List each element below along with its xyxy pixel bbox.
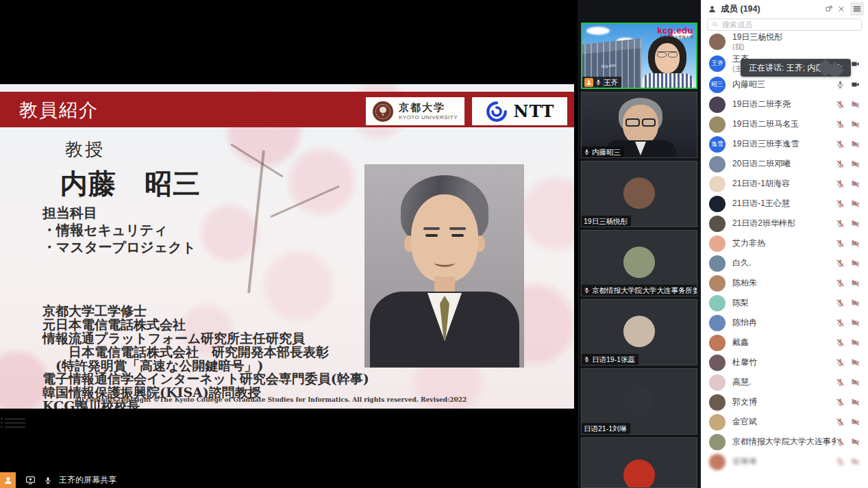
member-row[interactable]: 高慧.: [701, 372, 868, 392]
member-name: 内藤昭三: [732, 80, 836, 90]
video-tile[interactable]: 京都情报大学院大学大连事务所姜莉丽: [581, 230, 697, 296]
course-item: ・マスタープロジェクト: [42, 239, 196, 256]
search-input[interactable]: [722, 21, 857, 29]
close-panel-icon[interactable]: [835, 3, 847, 15]
slide-copyright: All contents copyright ©The Kyoto Colleg…: [0, 396, 541, 403]
member-name: 艾力非热: [732, 239, 836, 248]
camera-muted-icon[interactable]: [851, 159, 860, 168]
member-row[interactable]: 金官斌: [701, 412, 868, 432]
camera-muted-icon[interactable]: [851, 100, 860, 109]
presentation-slide: 教員紹介 京都大学 KYOTO UNIVERSITY NTT 教授 内藤 昭三: [0, 84, 574, 409]
camera-muted-icon[interactable]: [851, 378, 860, 387]
camera-muted-icon[interactable]: [851, 199, 860, 208]
member-row[interactable]: 20日语二班邓曦: [701, 154, 868, 174]
camera-muted-icon[interactable]: [851, 398, 860, 407]
member-avatar: [709, 275, 726, 292]
member-row[interactable]: 昭三 内藤昭三: [701, 75, 868, 94]
mic-muted-icon[interactable]: [836, 457, 845, 466]
mic-muted-icon[interactable]: [836, 378, 845, 387]
member-row[interactable]: 戴鑫: [701, 333, 868, 352]
camera-muted-icon[interactable]: [851, 179, 860, 188]
member-row[interactable]: 陈梨: [701, 293, 868, 313]
camera-muted-icon[interactable]: [851, 140, 860, 149]
camera-muted-icon[interactable]: [851, 358, 860, 367]
video-tile[interactable]: 19日三杨悦彤: [581, 161, 697, 227]
member-name: 19日语二班马名玉: [732, 120, 836, 129]
mic-muted-icon[interactable]: [836, 219, 845, 228]
video-tile-naito[interactable]: 内藤昭三: [581, 92, 697, 158]
video-tile-partial[interactable]: [581, 437, 697, 488]
member-row[interactable]: 21日语2班华梓彤: [701, 214, 868, 233]
camera-muted-icon[interactable]: [851, 259, 860, 268]
camera-muted-icon[interactable]: [851, 279, 860, 287]
member-row[interactable]: 逸雪 19日语三班李逸雪: [701, 134, 868, 154]
member-row[interactable]: 白久.: [701, 253, 868, 273]
mic-muted-icon[interactable]: [836, 259, 845, 268]
avatar: [623, 316, 655, 347]
member-row[interactable]: 京都情报大学院大学大连事务所姜莉丽: [701, 432, 868, 452]
member-row[interactable]: 21日语-1王心慧: [701, 194, 868, 214]
mic-muted-icon[interactable]: [836, 239, 845, 248]
mic-icon[interactable]: [836, 80, 845, 89]
tile-name-label: 19日三杨悦彤: [582, 216, 631, 227]
mic-muted-icon[interactable]: [836, 318, 845, 327]
avatar: [623, 177, 655, 209]
mic-muted-icon[interactable]: [836, 358, 845, 367]
member-search-box[interactable]: [707, 18, 862, 31]
camera-muted-icon[interactable]: [851, 219, 860, 228]
screen-share-icon[interactable]: [25, 475, 36, 485]
member-row[interactable]: 雷琳琳: [701, 452, 868, 472]
video-tile[interactable]: 日语21-1刘琳: [581, 368, 697, 435]
mic-icon: [584, 148, 590, 156]
ntt-swirl-icon: [485, 100, 508, 123]
camera-muted-icon[interactable]: [851, 338, 860, 347]
mic-muted-icon[interactable]: [836, 159, 845, 168]
member-row[interactable]: 杜馨竹: [701, 352, 868, 372]
camera-muted-icon[interactable]: [851, 437, 860, 446]
mic-muted-icon: [584, 286, 590, 294]
mic-muted-icon[interactable]: [836, 398, 845, 407]
camera-muted-icon[interactable]: [851, 298, 860, 307]
member-row[interactable]: 陈柏朱: [701, 273, 868, 293]
camera-muted-icon[interactable]: [851, 318, 860, 327]
camera-muted-icon[interactable]: [851, 239, 860, 248]
member-avatar: [709, 454, 726, 470]
video-tile[interactable]: 日语19-1张蕊: [581, 299, 697, 365]
tile-name-label: 内藤昭三: [582, 146, 624, 157]
mic-muted-icon[interactable]: [836, 100, 845, 109]
tile-name-label: 王齐: [582, 77, 621, 88]
mic-icon[interactable]: [44, 476, 52, 485]
mic-muted-icon[interactable]: [836, 338, 845, 347]
mic-muted-icon[interactable]: [836, 298, 845, 307]
camera-icon[interactable]: [851, 60, 860, 68]
member-row[interactable]: 19日语二班马名玉: [701, 114, 868, 134]
camera-muted-icon[interactable]: [851, 418, 860, 426]
mic-muted-icon[interactable]: [836, 120, 845, 129]
popout-panel-icon[interactable]: [823, 3, 835, 15]
video-tile-wangqi[interactable]: kcg.edu kcg.edu 京都情報大学院大学 王齐: [581, 23, 697, 89]
camera-muted-icon[interactable]: [851, 457, 860, 466]
camera-muted-icon[interactable]: [851, 120, 860, 129]
members-panel: 成员 (194) 19日三杨悦彤 (我): [701, 0, 868, 488]
camera-icon[interactable]: [851, 80, 860, 89]
mic-muted-icon[interactable]: [836, 437, 845, 446]
member-row[interactable]: 19日三杨悦彤 (我): [701, 31, 868, 53]
mic-muted-icon[interactable]: [836, 418, 845, 426]
mic-muted-icon[interactable]: [836, 279, 845, 287]
member-avatar: [709, 434, 726, 450]
member-avatar: 逸雪: [709, 136, 726, 153]
member-row[interactable]: 郭文博: [701, 392, 868, 412]
professor-name: 内藤 昭三: [60, 165, 201, 203]
annotation-list-icon[interactable]: [5, 415, 25, 431]
avatar: [623, 385, 655, 416]
member-row[interactable]: 21日语-1胡海容: [701, 174, 868, 194]
mic-muted-icon[interactable]: [836, 179, 845, 188]
blossom-branch: [270, 185, 340, 218]
member-avatar: [709, 176, 726, 192]
member-row[interactable]: 陈怡冉: [701, 313, 868, 333]
window-menu-icon[interactable]: [850, 2, 864, 16]
member-row[interactable]: 艾力非热: [701, 233, 868, 253]
mic-muted-icon[interactable]: [836, 199, 845, 208]
mic-muted-icon[interactable]: [836, 140, 845, 149]
member-row[interactable]: 19日语二班李尧: [701, 94, 868, 114]
